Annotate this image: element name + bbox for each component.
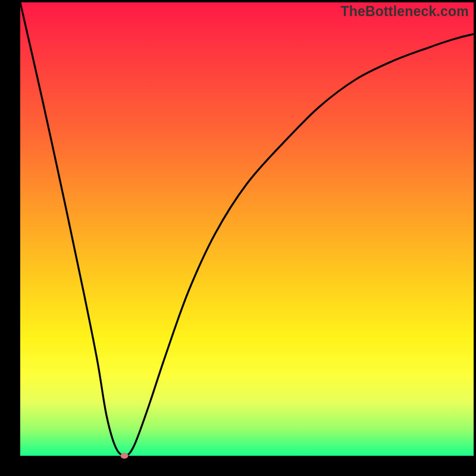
- curve-path: [20, 2, 474, 456]
- bottleneck-curve: [20, 2, 474, 456]
- plot-area: TheBottleneck.com: [20, 2, 474, 456]
- minimum-marker: [121, 453, 129, 459]
- chart-frame: TheBottleneck.com: [0, 0, 476, 476]
